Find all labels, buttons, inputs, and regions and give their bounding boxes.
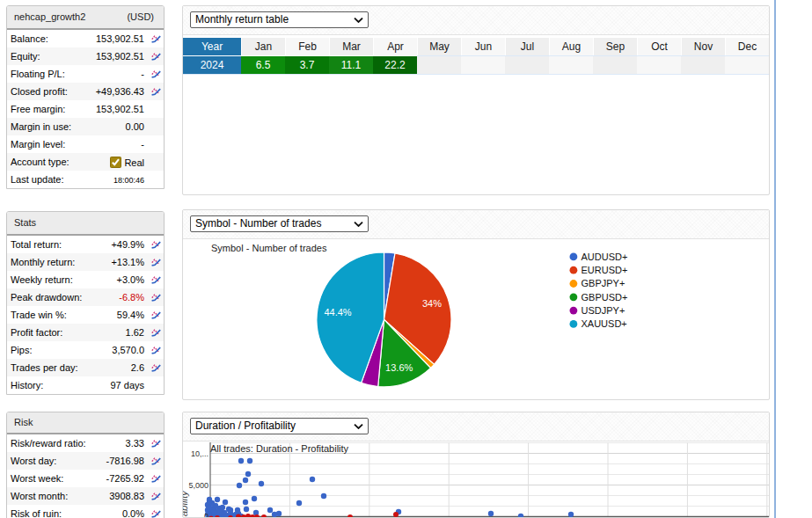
svg-text:All trades: Duration - Profita: All trades: Duration - Profitability	[210, 443, 349, 454]
svg-text:13.6%: 13.6%	[385, 362, 413, 373]
svg-text:USDJPY+: USDJPY+	[582, 305, 625, 316]
svg-text:44.4%: 44.4%	[324, 307, 351, 317]
svg-text:0: 0	[204, 512, 208, 518]
svg-text:GBPUSD+: GBPUSD+	[582, 292, 628, 303]
svg-text:GBPJPY+: GBPJPY+	[582, 278, 625, 288]
svg-text:EURUSD+: EURUSD+	[582, 265, 628, 275]
svg-text:Profitability: Profitability	[183, 490, 189, 517]
svg-text:Symbol - Number of trades: Symbol - Number of trades	[211, 243, 327, 253]
svg-text:5,000: 5,000	[188, 481, 208, 490]
svg-text:AUDUSD+: AUDUSD+	[582, 252, 628, 262]
svg-text:XAUUSD+: XAUUSD+	[582, 318, 627, 329]
svg-text:10,...: 10,...	[191, 449, 208, 458]
svg-text:34%: 34%	[422, 298, 442, 309]
